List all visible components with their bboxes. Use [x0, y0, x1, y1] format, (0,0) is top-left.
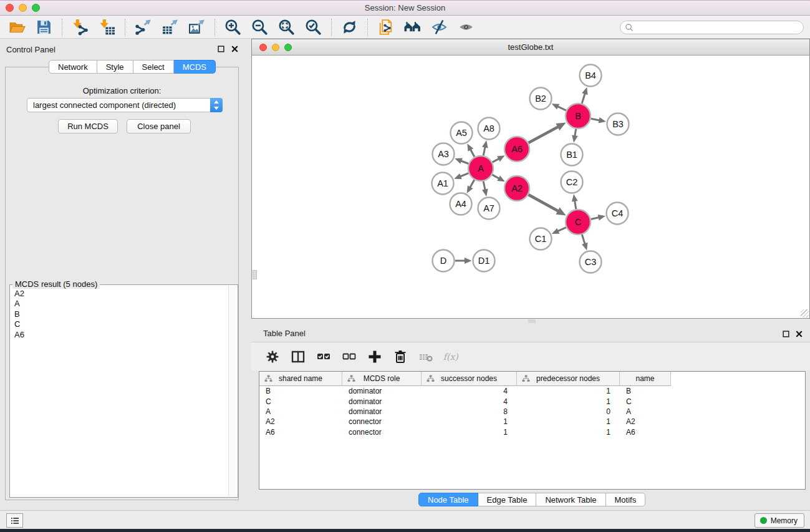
graph-node-A[interactable]: A	[468, 156, 493, 181]
table-cell[interactable]: A6	[259, 428, 342, 437]
new-network-from-selection-icon[interactable]	[374, 17, 398, 37]
graph-node-C1[interactable]: C1	[530, 228, 552, 250]
network-window-titlebar[interactable]: testGlobe.txt	[252, 39, 809, 56]
close-panel-button[interactable]: Close panel	[127, 119, 191, 133]
table-cell[interactable]: dominator	[342, 387, 422, 395]
show-panels-button[interactable]	[6, 513, 23, 528]
import-network-icon[interactable]	[68, 17, 92, 37]
tab-node-table[interactable]: Node Table	[418, 493, 478, 506]
tab-select[interactable]: Select	[133, 60, 174, 74]
column-header-predecessor-nodes[interactable]: predecessor nodes	[517, 372, 620, 386]
criterion-dropdown[interactable]: largest connected component (directed)	[27, 98, 223, 112]
graph-node-B2[interactable]: B2	[530, 88, 552, 110]
mcds-result-item[interactable]: B	[11, 309, 228, 319]
first-neighbors-icon[interactable]	[400, 17, 425, 37]
table-cell[interactable]: 0	[517, 407, 620, 416]
table-cell[interactable]: B	[620, 387, 671, 395]
table-cell[interactable]: 1	[517, 428, 620, 437]
graph-node-B[interactable]: B	[566, 104, 591, 128]
table-cell[interactable]: 1	[517, 397, 620, 406]
graph-node-A1[interactable]: A1	[432, 173, 454, 195]
table-cell[interactable]: A	[259, 407, 342, 416]
table-float-panel-icon[interactable]	[783, 329, 789, 340]
window-resize-grip[interactable]	[801, 309, 809, 317]
table-cell[interactable]: C	[259, 397, 342, 406]
canvas-scroll-stub-left[interactable]	[253, 270, 257, 279]
table-cell[interactable]: connector	[342, 417, 422, 426]
tab-mcds[interactable]: MCDS	[174, 60, 216, 74]
table-row[interactable]: A2connector11A2	[259, 417, 805, 427]
table-cell[interactable]: A2	[620, 417, 671, 426]
delete-columns-icon[interactable]	[392, 348, 409, 365]
column-header-MCDS-role[interactable]: MCDS role	[342, 372, 422, 386]
zoom-selected-icon[interactable]	[301, 17, 325, 37]
graph-node-D1[interactable]: D1	[473, 250, 495, 272]
close-panel-icon[interactable]	[231, 45, 239, 53]
column-header-shared-name[interactable]: shared name	[259, 372, 342, 386]
table-cell[interactable]: A6	[620, 428, 671, 437]
table-cell[interactable]: 4	[422, 397, 517, 406]
table-cell[interactable]: dominator	[342, 407, 422, 416]
graph-node-A2[interactable]: A2	[504, 176, 529, 201]
export-image-icon[interactable]	[185, 17, 209, 37]
table-cell[interactable]: dominator	[342, 397, 422, 406]
import-table-icon[interactable]	[95, 17, 119, 37]
export-table-icon[interactable]	[158, 17, 182, 37]
table-cell[interactable]: 1	[517, 387, 620, 395]
table-cell[interactable]: B	[259, 387, 342, 395]
open-file-icon[interactable]	[5, 17, 29, 37]
mcds-result-item[interactable]: A	[11, 299, 228, 309]
network-graph[interactable]: B4B2BB3B1A5A8A6A3AA1C2A4A7A2CC4C1C3DD1	[252, 56, 809, 319]
mcds-result-scrollbar[interactable]	[228, 286, 237, 496]
select-all-rows-icon[interactable]	[315, 348, 332, 365]
graph-node-A3[interactable]: A3	[433, 143, 455, 165]
graph-node-B1[interactable]: B1	[561, 144, 583, 166]
graph-node-A5[interactable]: A5	[451, 122, 473, 144]
table-cell[interactable]: A2	[259, 417, 342, 426]
table-cell[interactable]: 1	[517, 417, 620, 426]
tab-network-table[interactable]: Network Table	[536, 493, 605, 506]
graph-node-B3[interactable]: B3	[607, 114, 629, 135]
run-mcds-button[interactable]: Run MCDS	[58, 119, 118, 133]
mcds-result-item[interactable]: A6	[11, 330, 228, 340]
table-close-panel-icon[interactable]	[796, 329, 803, 340]
graph-node-C[interactable]: C	[566, 210, 591, 235]
tab-style[interactable]: Style	[97, 60, 133, 74]
tab-edge-table[interactable]: Edge Table	[478, 493, 537, 506]
canvas-scroll-stub-bottom[interactable]	[528, 319, 536, 323]
apply-layout-icon[interactable]	[337, 17, 362, 37]
zoom-fit-icon[interactable]	[274, 17, 299, 37]
split-panel-icon[interactable]	[289, 348, 307, 365]
graph-node-C3[interactable]: C3	[580, 251, 602, 273]
save-session-icon[interactable]	[32, 17, 56, 37]
table-cell[interactable]: 1	[422, 428, 517, 437]
export-network-icon[interactable]	[131, 17, 155, 37]
table-cell[interactable]: A	[620, 407, 671, 416]
search-input[interactable]	[634, 22, 803, 33]
graph-node-A6[interactable]: A6	[504, 137, 529, 162]
table-row[interactable]: Adominator80A	[259, 407, 805, 417]
tab-network[interactable]: Network	[49, 60, 97, 74]
graph-node-C2[interactable]: C2	[561, 172, 583, 193]
graph-node-A8[interactable]: A8	[478, 118, 500, 140]
graph-node-B4[interactable]: B4	[580, 65, 602, 87]
table-cell[interactable]: 1	[422, 417, 517, 426]
table-row[interactable]: A6connector11A6	[259, 427, 805, 437]
show-graphics-details-icon[interactable]	[454, 17, 478, 37]
graph-node-D[interactable]: D	[433, 250, 455, 272]
mcds-result-item[interactable]: C	[11, 319, 228, 329]
graph-node-A7[interactable]: A7	[478, 198, 500, 220]
float-panel-icon[interactable]	[217, 45, 225, 53]
column-header-successor-nodes[interactable]: successor nodes	[422, 372, 517, 386]
mcds-result-item[interactable]: A2	[11, 289, 228, 299]
table-cell[interactable]: connector	[342, 428, 422, 437]
table-row[interactable]: Cdominator41C	[259, 396, 805, 406]
graph-node-A4[interactable]: A4	[450, 193, 472, 215]
deselect-all-rows-icon[interactable]	[340, 348, 358, 365]
table-row[interactable]: Bdominator41B	[259, 386, 805, 396]
network-canvas[interactable]: B4B2BB3B1A5A8A6A3AA1C2A4A7A2CC4C1C3DD1	[252, 56, 809, 318]
zoom-out-icon[interactable]	[248, 17, 272, 37]
tab-motifs[interactable]: Motifs	[606, 493, 646, 506]
table-cell[interactable]: 4	[422, 387, 517, 395]
graph-node-C4[interactable]: C4	[607, 203, 629, 225]
